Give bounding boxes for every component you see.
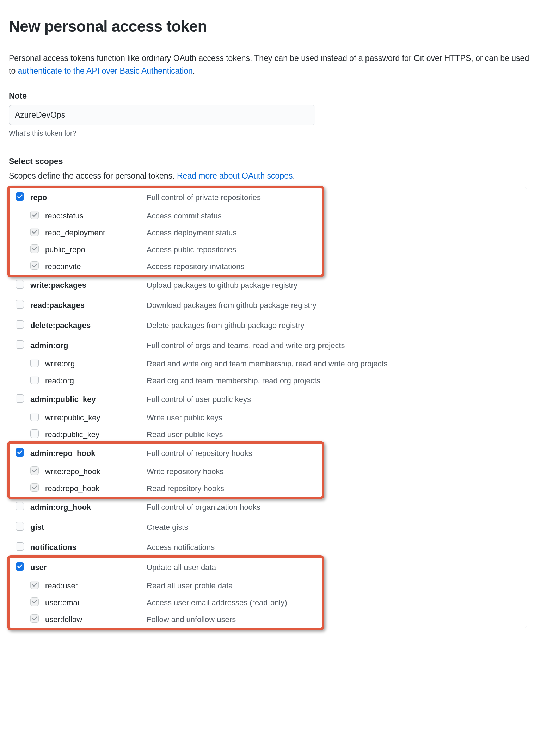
scope-group: admin:repo_hookFull control of repositor… <box>9 443 527 497</box>
scope-checkbox[interactable] <box>30 211 39 219</box>
scope-name[interactable]: write:org <box>45 359 147 368</box>
scope-checkbox[interactable] <box>16 280 24 289</box>
scope-group: delete:packagesDelete packages from gith… <box>9 315 527 335</box>
scope-description: Full control of repository hooks <box>147 448 527 458</box>
scope-checkbox[interactable] <box>16 192 24 201</box>
scope-row: repo_deploymentAccess deployment status <box>9 224 527 241</box>
note-input[interactable] <box>9 105 315 125</box>
scope-description: Access deployment status <box>147 228 527 237</box>
scope-checkbox[interactable] <box>16 300 24 309</box>
scope-checkbox[interactable] <box>30 429 39 438</box>
scope-description: Read repository hooks <box>147 483 527 493</box>
scope-checkbox[interactable] <box>16 340 24 349</box>
scope-checkbox[interactable] <box>16 502 24 510</box>
scope-checkbox[interactable] <box>30 359 39 367</box>
scope-name[interactable]: user:follow <box>45 614 147 624</box>
scope-group: admin:public_keyFull control of user pub… <box>9 389 527 443</box>
scope-row: admin:org_hookFull control of organizati… <box>9 497 527 517</box>
scope-name[interactable]: notifications <box>30 542 147 552</box>
scope-name[interactable]: write:public_key <box>45 413 147 422</box>
scope-description: Update all user data <box>147 562 527 572</box>
page-title: New personal access token <box>9 18 538 43</box>
scope-name[interactable]: user <box>30 562 147 572</box>
scope-row: read:userRead all user profile data <box>9 577 527 594</box>
scope-checkbox[interactable] <box>16 394 24 403</box>
scope-row: admin:orgFull control of orgs and teams,… <box>9 335 527 355</box>
scope-row: repo:inviteAccess repository invitations <box>9 258 527 275</box>
intro-paragraph: Personal access tokens function like ord… <box>9 52 530 77</box>
scope-row: repoFull control of private repositories <box>9 187 527 207</box>
scope-description: Access notifications <box>147 542 527 552</box>
scope-row: gistCreate gists <box>9 517 527 537</box>
scope-group: repoFull control of private repositories… <box>9 187 527 275</box>
scope-name[interactable]: read:public_key <box>45 429 147 439</box>
scope-checkbox[interactable] <box>30 483 39 492</box>
scope-row: user:emailAccess user email addresses (r… <box>9 594 527 611</box>
scope-name[interactable]: admin:org_hook <box>30 502 147 512</box>
scope-description: Create gists <box>147 522 527 532</box>
scope-checkbox[interactable] <box>30 228 39 236</box>
scope-checkbox[interactable] <box>30 597 39 606</box>
scope-row: admin:repo_hookFull control of repositor… <box>9 443 527 463</box>
scope-description: Full control of orgs and teams, read and… <box>147 340 527 350</box>
note-label: Note <box>9 91 538 101</box>
scope-description: Access commit status <box>147 211 527 221</box>
scope-checkbox[interactable] <box>30 466 39 475</box>
scope-row: user:followFollow and unfollow users <box>9 611 527 628</box>
scope-name[interactable]: repo:status <box>45 211 147 221</box>
scope-name[interactable]: read:repo_hook <box>45 483 147 493</box>
scope-description: Write repository hooks <box>147 466 527 476</box>
scope-checkbox[interactable] <box>30 413 39 421</box>
scope-name[interactable]: user:email <box>45 597 147 607</box>
scope-row: write:public_keyWrite user public keys <box>9 409 527 426</box>
scope-group: admin:org_hookFull control of organizati… <box>9 497 527 517</box>
scope-name[interactable]: read:user <box>45 581 147 590</box>
scope-name[interactable]: read:packages <box>30 300 147 310</box>
scope-row: delete:packagesDelete packages from gith… <box>9 315 527 335</box>
scope-row: userUpdate all user data <box>9 557 527 577</box>
scope-checkbox[interactable] <box>16 522 24 531</box>
scope-row: write:packagesUpload packages to github … <box>9 275 527 295</box>
oauth-scopes-link[interactable]: Read more about OAuth scopes <box>177 171 293 180</box>
scope-checkbox[interactable] <box>30 581 39 589</box>
scope-name[interactable]: delete:packages <box>30 320 147 330</box>
scope-name[interactable]: repo_deployment <box>45 228 147 237</box>
scope-name[interactable]: write:repo_hook <box>45 466 147 476</box>
scope-name[interactable]: admin:public_key <box>30 394 147 404</box>
auth-api-link[interactable]: authenticate to the API over Basic Authe… <box>18 66 193 75</box>
scope-checkbox[interactable] <box>30 614 39 623</box>
scope-group: admin:orgFull control of orgs and teams,… <box>9 335 527 389</box>
scope-checkbox[interactable] <box>30 376 39 384</box>
scope-group: read:packagesDownload packages from gith… <box>9 295 527 315</box>
scope-name[interactable]: admin:repo_hook <box>30 448 147 458</box>
scope-name[interactable]: repo <box>30 192 147 202</box>
scope-row: notificationsAccess notifications <box>9 537 527 557</box>
scope-description: Access public repositories <box>147 244 527 254</box>
scope-name[interactable]: admin:org <box>30 340 147 350</box>
scope-description: Follow and unfollow users <box>147 614 527 624</box>
scope-checkbox[interactable] <box>30 244 39 253</box>
scopes-table: repoFull control of private repositories… <box>9 187 527 628</box>
intro-text-after: . <box>193 66 195 75</box>
scope-checkbox[interactable] <box>16 562 24 571</box>
scope-name[interactable]: repo:invite <box>45 261 147 271</box>
scope-name[interactable]: gist <box>30 522 147 532</box>
scope-description: Full control of user public keys <box>147 394 527 404</box>
scope-checkbox[interactable] <box>16 542 24 551</box>
scope-group: gistCreate gists <box>9 517 527 537</box>
scope-description: Download packages from github package re… <box>147 300 527 310</box>
scope-name[interactable]: public_repo <box>45 244 147 254</box>
scopes-sub-after: . <box>293 171 295 180</box>
scope-description: Access user email addresses (read-only) <box>147 597 527 607</box>
scope-description: Read org and team membership, read org p… <box>147 376 527 385</box>
scope-checkbox[interactable] <box>30 261 39 270</box>
scope-checkbox[interactable] <box>16 448 24 457</box>
scope-name[interactable]: read:org <box>45 376 147 385</box>
scope-checkbox[interactable] <box>16 320 24 329</box>
scopes-subheading: Scopes define the access for personal to… <box>9 171 538 181</box>
scope-description: Read and write org and team membership, … <box>147 359 527 368</box>
scopes-sub-text: Scopes define the access for personal to… <box>9 171 177 180</box>
scope-group: notificationsAccess notifications <box>9 537 527 557</box>
scope-row: public_repoAccess public repositories <box>9 241 527 258</box>
scope-name[interactable]: write:packages <box>30 280 147 290</box>
